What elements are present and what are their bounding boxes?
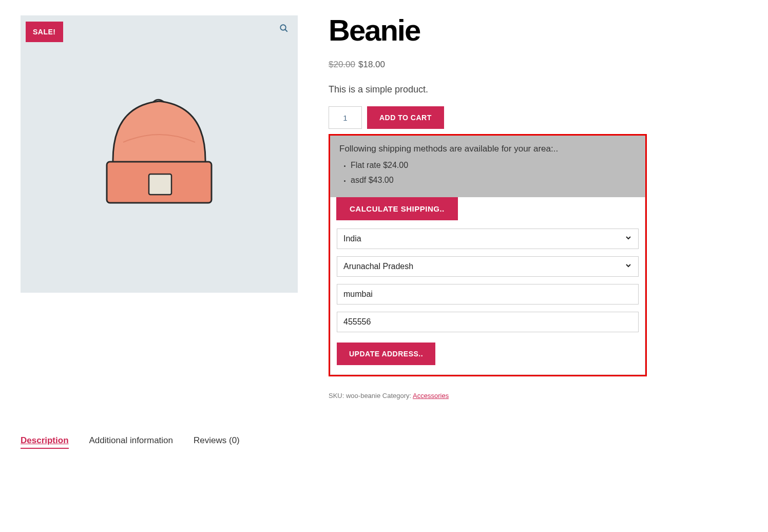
tab-additional-information[interactable]: Additional information	[89, 435, 173, 449]
category-label: Category:	[380, 392, 413, 400]
quantity-input[interactable]	[329, 106, 362, 129]
sale-price: $18.00	[358, 60, 385, 69]
sku-label: SKU:	[329, 392, 346, 400]
product-tabs: Description Additional information Revie…	[21, 435, 747, 449]
svg-rect-3	[149, 174, 171, 195]
state-select[interactable]	[337, 256, 639, 277]
old-price: $20.00	[329, 60, 355, 69]
postcode-input[interactable]	[337, 312, 639, 332]
shipping-highlight-box: Following shipping methods are available…	[329, 134, 647, 376]
svg-line-1	[285, 29, 287, 32]
shipping-method: asdf $43.00	[351, 173, 636, 188]
product-title: Beanie	[329, 15, 647, 45]
add-to-cart-button[interactable]: ADD TO CART	[367, 106, 444, 129]
tab-reviews[interactable]: Reviews (0)	[194, 435, 240, 449]
zoom-icon[interactable]	[279, 24, 289, 35]
product-price: $20.00$18.00	[329, 60, 647, 70]
update-address-button[interactable]: UPDATE ADDRESS..	[337, 343, 435, 365]
country-select[interactable]	[337, 229, 639, 249]
shipping-intro: Following shipping methods are available…	[339, 144, 636, 154]
tab-description[interactable]: Description	[21, 435, 69, 449]
shipping-availability: Following shipping methods are available…	[330, 136, 645, 197]
calculate-shipping-heading: CALCULATE SHIPPING..	[336, 197, 458, 220]
city-input[interactable]	[337, 284, 639, 305]
product-image[interactable]	[92, 75, 226, 221]
sku-value: woo-beanie	[346, 392, 380, 400]
product-meta: SKU: woo-beanie Category: Accessories	[329, 392, 647, 400]
svg-point-0	[280, 25, 286, 30]
product-gallery: SALE!	[21, 15, 298, 293]
sale-badge: SALE!	[26, 22, 63, 42]
short-description: This is a simple product.	[329, 84, 647, 95]
shipping-method: Flat rate $24.00	[351, 158, 636, 173]
category-link[interactable]: Accessories	[413, 392, 449, 400]
